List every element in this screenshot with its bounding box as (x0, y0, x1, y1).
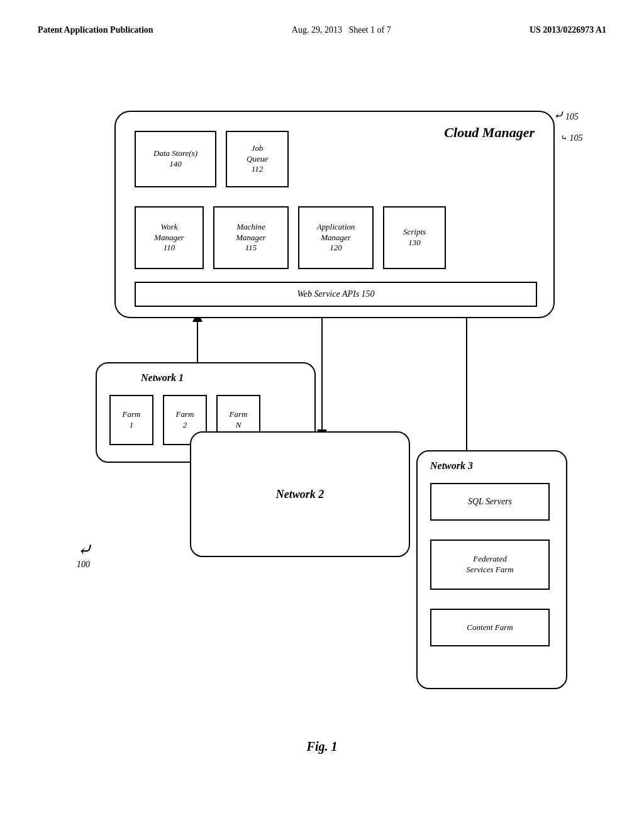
federated-services-box: Federated Services Farm (430, 540, 550, 590)
page-header: Patent Application Publication Aug. 29, … (38, 25, 606, 35)
network3-box: Network 3 SQL Servers Federated Services… (416, 450, 567, 689)
header-date: Aug. 29, 2013 (292, 25, 342, 35)
machine-manager-box: Machine Manager 115 (213, 206, 289, 269)
ref-105: ⤷ 105 (560, 133, 583, 143)
farm1-box: Farm 1 (109, 395, 153, 445)
data-store-box: Data Store(s) 140 (135, 131, 216, 187)
network1-label: Network 1 (141, 372, 184, 384)
cloud-manager-ref: ⤶ 105 (553, 109, 579, 122)
sql-servers-box: SQL Servers (430, 483, 550, 521)
header-center: Aug. 29, 2013 Sheet 1 of 7 (292, 25, 391, 35)
work-manager-box: Work Manager 110 (135, 206, 204, 269)
header-right: US 2013/0226973 A1 (530, 25, 606, 35)
web-service-box: Web Service APIs 150 (135, 282, 537, 307)
diagram: Cloud Manager ⤶ 105 Data Store(s) 140 Jo… (52, 73, 592, 733)
header-sheet: Sheet 1 of 7 (348, 25, 391, 35)
scripts-box: Scripts 130 (383, 206, 446, 269)
cloud-manager-outer: Cloud Manager ⤶ 105 Data Store(s) 140 Jo… (114, 111, 555, 318)
content-farm-box: Content Farm (430, 609, 550, 646)
network2-box: Network 2 (190, 431, 410, 557)
fig-caption: Fig. 1 (38, 739, 606, 754)
cloud-manager-label: Cloud Manager (444, 124, 535, 141)
ref-100-label: ⤶ 100 (77, 543, 91, 570)
job-queue-box: Job Queue 112 (226, 131, 289, 187)
application-manager-box: Application Manager 120 (298, 206, 374, 269)
header-left: Patent Application Publication (38, 25, 153, 35)
network2-label: Network 2 (276, 488, 325, 501)
page: Patent Application Publication Aug. 29, … (0, 0, 644, 830)
network3-label: Network 3 (430, 460, 473, 472)
